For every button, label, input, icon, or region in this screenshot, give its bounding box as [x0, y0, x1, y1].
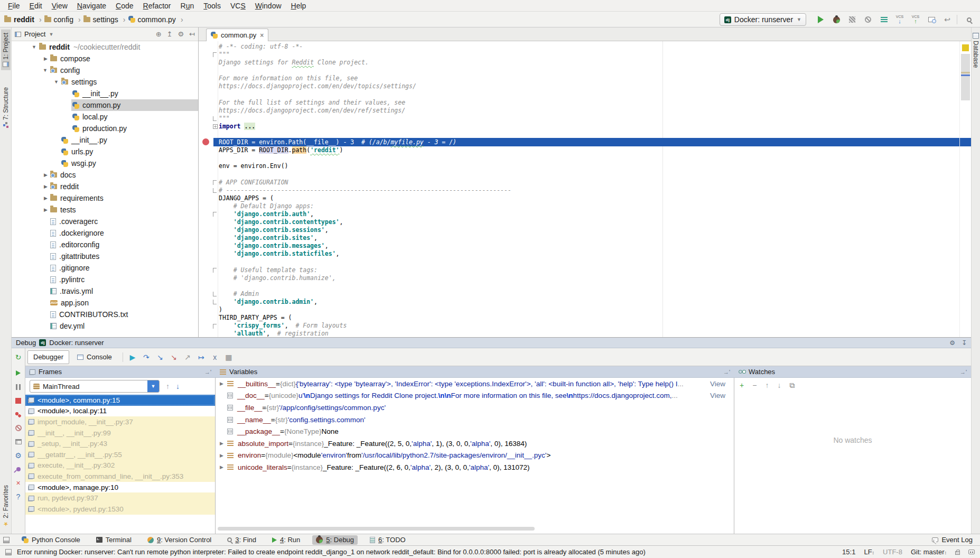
- gear-icon[interactable]: ⚙: [949, 339, 955, 347]
- debug-button[interactable]: [829, 13, 843, 26]
- encoding-indicator[interactable]: UTF-8: [883, 548, 902, 556]
- update-project-button[interactable]: VCS↓: [893, 13, 907, 26]
- frame-row[interactable]: <module>, common.py:15: [25, 395, 215, 406]
- step-out-button[interactable]: ↗: [181, 353, 194, 361]
- close-button[interactable]: ×: [12, 476, 25, 490]
- thread-selector[interactable]: MainThread ▼: [30, 380, 160, 393]
- tool-window-toggle-icon[interactable]: [5, 549, 12, 555]
- undo-button[interactable]: ↩: [940, 13, 954, 26]
- chevron-right-icon[interactable]: ▶: [220, 381, 227, 386]
- view-link[interactable]: View: [708, 392, 725, 399]
- fold-marker[interactable]: [213, 292, 217, 296]
- tree-item-contributors-txt[interactable]: CONTRIBUTORS.txt: [12, 309, 198, 320]
- chevron-right-icon[interactable]: ▶: [220, 453, 227, 458]
- fold-marker[interactable]: [213, 116, 217, 121]
- view-breakpoints-grid-button[interactable]: ▦: [222, 353, 236, 361]
- toolwindow-tab-3-find[interactable]: 3: Find: [223, 535, 260, 545]
- status-message[interactable]: Error running Docker: runserver: Can't r…: [17, 548, 646, 556]
- menu-run[interactable]: Run: [176, 2, 199, 10]
- variable-row[interactable]: __name__ = {str} 'config.settings.common…: [216, 414, 734, 426]
- rerun-button[interactable]: ↻: [12, 348, 25, 366]
- menu-navigate[interactable]: Navigate: [72, 2, 111, 10]
- close-tab-icon[interactable]: ×: [260, 32, 264, 39]
- add-watch-button[interactable]: +: [740, 381, 744, 389]
- event-log-button[interactable]: Event Log: [941, 536, 973, 544]
- fold-marker[interactable]: [213, 52, 217, 57]
- toolwindow-tab-terminal[interactable]: Terminal: [92, 535, 135, 545]
- frame-row[interactable]: import_module, __init__.py:37: [25, 416, 215, 427]
- scroll-to-icon[interactable]: →': [960, 369, 967, 375]
- run-button[interactable]: [814, 13, 827, 26]
- chevron-right-icon[interactable]: ▶: [44, 172, 48, 178]
- tree-item-requirements[interactable]: ▶requirements: [12, 192, 198, 204]
- tree-item-compose[interactable]: ▶compose: [12, 53, 198, 64]
- settings-button[interactable]: ⚙: [12, 449, 25, 462]
- hide-panel-icon[interactable]: ↤: [189, 30, 195, 38]
- fold-marker[interactable]: [213, 268, 217, 273]
- fold-marker[interactable]: [213, 212, 217, 217]
- scroll-to-icon[interactable]: →': [723, 369, 730, 375]
- tree-item--travis-yml[interactable]: .travis.yml: [12, 285, 198, 297]
- tree-item-docs[interactable]: ▶docs: [12, 169, 198, 181]
- run-to-cursor-button[interactable]: ↦: [194, 353, 208, 361]
- editor-scrollbar-thumb[interactable]: [961, 54, 970, 100]
- commit-button[interactable]: VCS↑: [909, 13, 922, 26]
- tree-item-local-py[interactable]: local.py: [12, 111, 198, 123]
- variable-row[interactable]: __package__ = {NoneType} None: [216, 425, 734, 438]
- stop-button[interactable]: [12, 394, 25, 407]
- toolwindow-tab-python-console[interactable]: Python Console: [18, 535, 84, 545]
- tree-item-__init__-py[interactable]: __init__.py: [12, 88, 198, 99]
- toolwindow-tab-5-debug[interactable]: 5: Debug: [312, 535, 358, 545]
- stripe-tab-1-project[interactable]: 1: Project: [1, 30, 11, 70]
- frame-row[interactable]: _setup, __init__.py:43: [25, 438, 215, 449]
- concurrency-diagram-button[interactable]: [877, 13, 891, 26]
- breadcrumb-item[interactable]: settings: [83, 15, 118, 24]
- duplicate-watch-button[interactable]: ⧉: [789, 381, 795, 389]
- toolwindow-tab-6-todo[interactable]: 6: TODO: [366, 535, 409, 545]
- fold-marker[interactable]: [213, 188, 217, 193]
- breakpoint-icon[interactable]: [202, 138, 209, 145]
- breadcrumb-item[interactable]: config: [44, 15, 73, 24]
- pin-button[interactable]: [12, 462, 25, 476]
- tree-item--dockerignore[interactable]: .dockerignore: [12, 227, 198, 239]
- menu-code[interactable]: Code: [111, 2, 138, 10]
- stripe-tab-7-structure[interactable]: 7: Structure: [1, 84, 11, 131]
- view-link[interactable]: View: [708, 380, 725, 388]
- fold-marker[interactable]: [213, 300, 217, 304]
- tree-item--editorconfig[interactable]: .editorconfig: [12, 239, 198, 250]
- restore-layout-button[interactable]: [12, 435, 25, 449]
- chevron-right-icon[interactable]: ▶: [44, 196, 48, 201]
- menu-view[interactable]: View: [47, 2, 72, 10]
- pause-button[interactable]: [12, 380, 25, 394]
- menu-window[interactable]: Window: [250, 2, 286, 10]
- tree-item-tests[interactable]: ▶tests: [12, 204, 198, 216]
- search-everywhere-button[interactable]: [962, 13, 976, 26]
- stripe-tab-database[interactable]: Database: [972, 30, 980, 71]
- chevron-right-icon[interactable]: ▶: [44, 207, 48, 212]
- variable-row[interactable]: __file__ = {str} '/app/config/settings/c…: [216, 402, 734, 414]
- frame-row[interactable]: <module>, pydevd.py:1530: [25, 504, 215, 515]
- prev-frame-icon[interactable]: ↑: [166, 383, 170, 390]
- step-into-my-code-button[interactable]: ↘: [167, 353, 181, 361]
- tree-item-__init__-py[interactable]: __init__.py: [12, 134, 198, 146]
- collapse-all-icon[interactable]: ↥: [167, 30, 173, 38]
- tree-item-config[interactable]: ▼config: [12, 64, 198, 76]
- frame-row[interactable]: <module>, local.py:11: [25, 406, 215, 417]
- tree-item-settings[interactable]: ▼settings: [12, 76, 198, 88]
- breadcrumb-item[interactable]: reddit: [4, 15, 34, 24]
- variable-row[interactable]: ▶environ = {module} <module 'environ' fr…: [216, 450, 734, 462]
- next-frame-icon[interactable]: ↓: [176, 383, 180, 390]
- editor-tab[interactable]: common.py ×: [206, 29, 268, 41]
- frame-row[interactable]: <module>, manage.py:10: [25, 482, 215, 493]
- show-execution-point-button[interactable]: ▶: [126, 353, 139, 361]
- code-area[interactable]: # -*- coding: utf-8 -*-"""Django setting…: [219, 43, 959, 337]
- menu-edit[interactable]: Edit: [25, 2, 47, 10]
- variable-row[interactable]: ▶absolute_import = {instance} _Feature: …: [216, 438, 734, 450]
- help-button[interactable]: ?: [12, 490, 25, 504]
- variable-row[interactable]: ▶unicode_literals = {instance} _Feature:…: [216, 461, 734, 473]
- menu-file[interactable]: File: [3, 2, 25, 10]
- tree-item-production-py[interactable]: production.py: [12, 123, 198, 134]
- step-into-button[interactable]: ↘: [153, 353, 167, 361]
- move-up-button[interactable]: ↑: [765, 381, 769, 389]
- hector-icon[interactable]: [968, 550, 975, 554]
